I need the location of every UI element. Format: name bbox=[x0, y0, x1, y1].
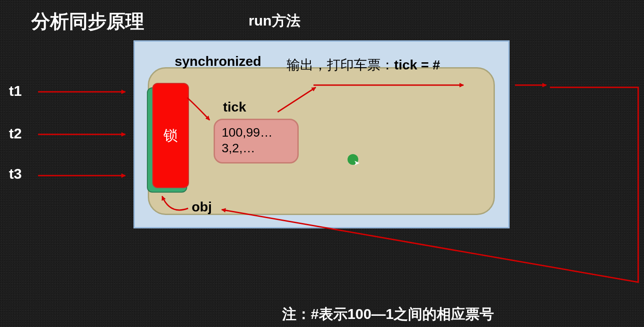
thread-t2-label: t2 bbox=[9, 125, 21, 142]
page-title: 分析同步原理 bbox=[31, 9, 144, 34]
synchronized-block-box bbox=[148, 67, 495, 215]
synchronized-label: synchronized bbox=[175, 54, 261, 69]
cursor-highlight-dot bbox=[348, 154, 358, 165]
tick-value-line1: 100,99… bbox=[222, 125, 291, 140]
tick-equals-hash: tick = # bbox=[394, 57, 440, 72]
obj-label: obj bbox=[192, 199, 212, 215]
footnote: 注：#表示100—1之间的相应票号 bbox=[282, 305, 494, 324]
output-text-prefix: 输出，打印车票： bbox=[287, 57, 394, 72]
tick-label: tick bbox=[223, 99, 246, 115]
thread-t1-label: t1 bbox=[9, 83, 21, 99]
lock-label: 锁 bbox=[163, 126, 178, 146]
run-method-label: run方法 bbox=[249, 11, 301, 31]
tick-variable-box: 100,99… 3,2,… bbox=[214, 119, 299, 164]
thread-t3-label: t3 bbox=[9, 166, 21, 182]
output-label: 输出，打印车票：tick = # bbox=[287, 56, 440, 74]
lock-object: 锁 bbox=[152, 83, 189, 188]
tick-value-line2: 3,2,… bbox=[222, 140, 291, 156]
